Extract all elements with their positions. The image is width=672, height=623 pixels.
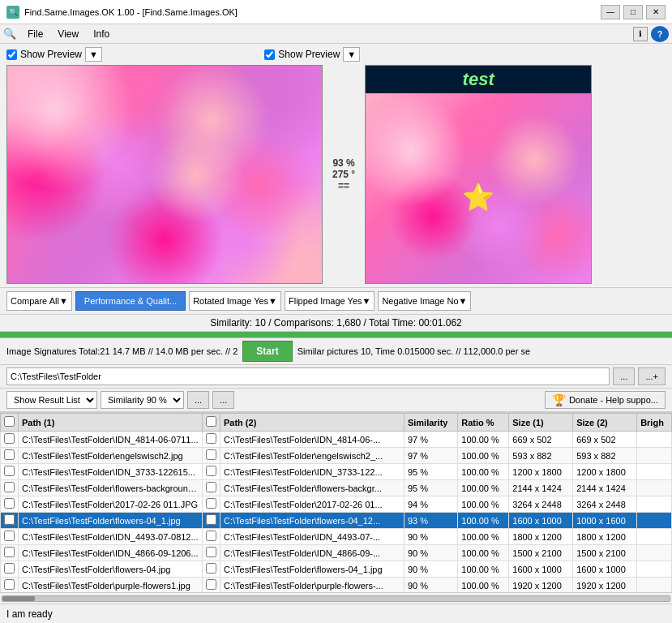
ellipsis-btn-2[interactable]: ... — [212, 391, 234, 409]
scroll-thumb[interactable] — [2, 596, 35, 601]
table-row[interactable]: C:\TestFiles\TestFolder\purple-flowers1.… — [1, 578, 672, 593]
preview-left-dropdown[interactable]: ▼ — [85, 47, 102, 62]
table-row[interactable]: C:\TestFiles\TestFolder\flowers-backgrou… — [1, 480, 672, 496]
col-header-size1[interactable]: Size (1) — [509, 414, 573, 432]
path-add-button[interactable]: ...+ — [638, 367, 666, 385]
table-container[interactable]: Path (1) Path (2) Similarity Ratio % Siz… — [0, 412, 672, 592]
row-cb1[interactable] — [1, 432, 19, 448]
row-cb1[interactable] — [1, 561, 19, 578]
preview-right-dropdown[interactable]: ▼ — [343, 47, 360, 62]
comparison-equals: == — [338, 180, 349, 191]
row-bright — [637, 561, 672, 578]
row-size1: 669 x 502 — [509, 432, 573, 448]
preview-right-checkbox[interactable] — [264, 49, 275, 60]
start-button[interactable]: Start — [242, 341, 292, 362]
signatures-row: Image Signatures Total:21 14.7 MB // 14.… — [0, 338, 672, 365]
row-path1: C:\TestFiles\TestFolder\IDN_4866-09-1206… — [19, 545, 203, 561]
table-row[interactable]: C:\TestFiles\TestFolder\2017-02-26 011.J… — [1, 496, 672, 513]
row-size1: 593 x 882 — [509, 448, 573, 464]
row-cb2[interactable] — [202, 578, 220, 593]
table-row[interactable]: C:\TestFiles\TestFolder\IDN_3733-122615.… — [1, 464, 672, 480]
col-header-ratio[interactable]: Ratio % — [458, 414, 509, 432]
preview-left-toggle[interactable]: Show Preview ▼ — [6, 47, 102, 62]
select-all-cb2[interactable] — [206, 416, 216, 427]
preview-right-label: Show Preview — [278, 49, 340, 60]
row-path1: C:\TestFiles\TestFolder\IDN_4814-06-0711… — [19, 432, 203, 448]
preview-row: Show Preview ▼ Show Preview ▼ — [0, 44, 672, 65]
row-path1: C:\TestFiles\TestFolder\purple-flowers1.… — [19, 578, 203, 593]
donate-button[interactable]: 🏆 Donate - Help suppo... — [545, 391, 666, 409]
close-button[interactable]: ✕ — [646, 5, 666, 19]
image-right-flowers: ⭐ — [366, 93, 591, 283]
menu-view[interactable]: View — [51, 27, 85, 41]
row-ratio: 100.00 % — [458, 496, 509, 513]
row-bright — [637, 480, 672, 496]
show-result-dropdown[interactable]: Show Result List — [6, 391, 97, 409]
row-ratio: 100.00 % — [458, 432, 509, 448]
row-cb2[interactable] — [202, 545, 220, 561]
row-cb2[interactable] — [202, 561, 220, 578]
maximize-button[interactable]: □ — [623, 5, 643, 19]
col-header-path1[interactable]: Path (1) — [19, 414, 203, 432]
performance-button[interactable]: Performance & Qualit... — [75, 291, 186, 311]
row-cb2[interactable] — [202, 480, 220, 496]
table-row[interactable]: C:\TestFiles\TestFolder\IDN_4493-07-0812… — [1, 529, 672, 545]
row-cb2[interactable] — [202, 464, 220, 480]
row-cb1[interactable] — [1, 480, 19, 496]
donate-icon: 🏆 — [552, 393, 566, 406]
table-row[interactable]: C:\TestFiles\TestFolder\IDN_4814-06-0711… — [1, 432, 672, 448]
progress-bar-container — [0, 332, 672, 338]
rotated-dropdown[interactable]: Rotated Image Yes ▼ — [189, 291, 281, 311]
row-cb2[interactable] — [202, 448, 220, 464]
footer: I am ready — [0, 604, 672, 623]
compare-all-dropdown[interactable]: Compare All ▼ — [6, 291, 72, 311]
row-cb1[interactable] — [1, 496, 19, 513]
row-cb1[interactable] — [1, 464, 19, 480]
path-browse-button[interactable]: ... — [613, 367, 635, 385]
row-ratio: 100.00 % — [458, 545, 509, 561]
row-ratio: 100.00 % — [458, 513, 509, 529]
row-ratio: 100.00 % — [458, 529, 509, 545]
flipped-dropdown[interactable]: Flipped Image Yes ▼ — [285, 291, 375, 311]
row-cb1[interactable] — [1, 513, 19, 529]
row-path1: C:\TestFiles\TestFolder\flowers-04.jpg — [19, 561, 203, 578]
table-row[interactable]: C:\TestFiles\TestFolder\flowers-04_1.jpg… — [1, 513, 672, 529]
row-cb1[interactable] — [1, 529, 19, 545]
row-cb1[interactable] — [1, 545, 19, 561]
col-header-bright[interactable]: Brigh — [637, 414, 672, 432]
help-button[interactable]: ? — [651, 26, 669, 42]
row-cb2[interactable] — [202, 432, 220, 448]
similarity-dropdown[interactable]: Similarity 90 % — [101, 391, 184, 409]
table-row[interactable]: C:\TestFiles\TestFolder\IDN_4866-09-1206… — [1, 545, 672, 561]
row-cb2[interactable] — [202, 496, 220, 513]
row-cb2[interactable] — [202, 529, 220, 545]
row-size1: 1600 x 1000 — [509, 561, 573, 578]
images-row: 93 % 275 ° == test ⭐ — [0, 65, 672, 287]
scroll-track[interactable] — [2, 595, 670, 602]
row-cb1[interactable] — [1, 448, 19, 464]
comparison-degrees: 275 ° — [332, 169, 355, 180]
path-input[interactable] — [6, 367, 610, 385]
info-icon-btn[interactable]: ℹ — [633, 27, 648, 41]
table-row[interactable]: C:\TestFiles\TestFolder\engelswisch2.jpg… — [1, 448, 672, 464]
preview-left-checkbox[interactable] — [6, 49, 17, 60]
minimize-button[interactable]: — — [601, 5, 620, 19]
select-all-cb1[interactable] — [4, 416, 15, 427]
image-panel-left — [6, 65, 323, 284]
image-panel-right: test ⭐ — [365, 65, 592, 284]
preview-right-toggle[interactable]: Show Preview ▼ — [264, 47, 360, 62]
row-cb2[interactable] — [202, 513, 220, 529]
hscroll[interactable] — [0, 592, 672, 604]
col-header-path2[interactable]: Path (2) — [220, 414, 404, 432]
ellipsis-btn-1[interactable]: ... — [187, 391, 209, 409]
status-text: Similarity: 10 / Comparisons: 1,680 / To… — [210, 317, 462, 329]
titlebar-title: Find.Same.Images.OK 1.00 - [Find.Same.Im… — [24, 7, 238, 17]
col-header-size2[interactable]: Size (2) — [573, 414, 637, 432]
menu-info[interactable]: Info — [87, 27, 116, 41]
negative-dropdown[interactable]: Negative Image No ▼ — [378, 291, 471, 311]
table-row[interactable]: C:\TestFiles\TestFolder\flowers-04.jpg C… — [1, 561, 672, 578]
row-cb1[interactable] — [1, 578, 19, 593]
menu-file[interactable]: File — [21, 27, 49, 41]
col-header-similarity[interactable]: Similarity — [404, 414, 457, 432]
row-path1: C:\TestFiles\TestFolder\IDN_4493-07-0812… — [19, 529, 203, 545]
